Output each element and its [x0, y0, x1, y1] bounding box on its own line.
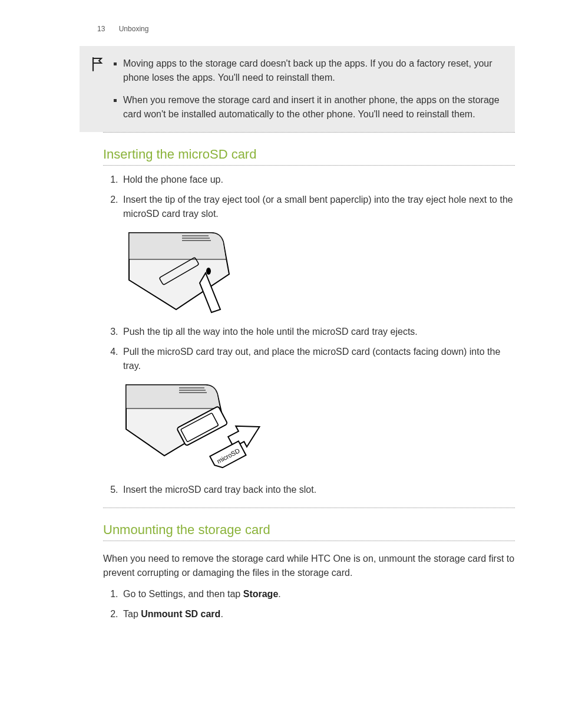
page-header: 13 Unboxing — [97, 24, 515, 34]
step-item: Push the tip all the way into the hole u… — [121, 325, 515, 339]
step-item: Hold the phone face up. — [121, 173, 515, 187]
header-section: Unboxing — [119, 25, 149, 33]
page: 13 Unboxing Moving apps to the storage c… — [0, 0, 562, 728]
note-list: Moving apps to the storage card doesn't … — [111, 57, 503, 121]
note-item: When you remove the storage card and ins… — [123, 93, 503, 121]
step-text: Insert the tip of the tray eject tool (o… — [123, 195, 513, 219]
section-heading-unmount: Unmounting the storage card — [103, 520, 515, 539]
step-text: Go to Settings, and then tap — [123, 589, 243, 599]
step-item: Insert the tip of the tray eject tool (o… — [121, 193, 515, 315]
step-text: . — [220, 609, 223, 619]
divider — [103, 541, 515, 541]
illustration-eject — [123, 227, 515, 315]
bold-term: Storage — [243, 589, 279, 599]
page-number: 13 — [97, 25, 105, 33]
divider — [103, 132, 515, 133]
divider — [103, 508, 515, 508]
step-item: Insert the microSD card tray back into t… — [121, 483, 515, 497]
step-text: . — [278, 589, 280, 599]
divider — [103, 165, 515, 166]
bold-term: Unmount SD card — [141, 609, 220, 619]
step-text: Tap — [123, 609, 141, 619]
section-heading-insert: Inserting the microSD card — [103, 144, 515, 164]
note-item: Moving apps to the storage card doesn't … — [123, 57, 503, 85]
step-text: Pull the microSD card tray out, and plac… — [123, 347, 500, 371]
step-item: Tap Unmount SD card. — [121, 607, 515, 621]
flag-icon — [91, 57, 111, 121]
step-item: Pull the microSD card tray out, and plac… — [121, 345, 515, 473]
note-box: Moving apps to the storage card doesn't … — [80, 46, 515, 132]
insert-steps: Hold the phone face up. Insert the tip o… — [103, 173, 515, 497]
unmount-steps: Go to Settings, and then tap Storage. Ta… — [103, 587, 515, 621]
unmount-intro: When you need to remove the storage card… — [103, 552, 515, 580]
step-item: Go to Settings, and then tap Storage. — [121, 587, 515, 601]
illustration-insert-card: microSD — [123, 379, 515, 473]
